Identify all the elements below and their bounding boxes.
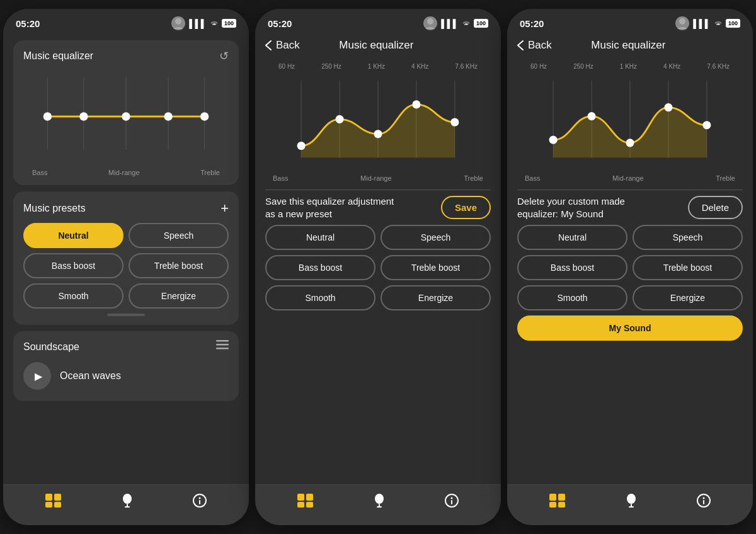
svg-point-33 xyxy=(412,100,420,108)
svg-point-43 xyxy=(451,497,453,499)
avatar xyxy=(171,16,185,30)
reset-button[interactable]: ↺ xyxy=(219,49,229,63)
phone-screen3: 05:20 ▌▌▌ 100 Back Music equalizer 60 Hz… xyxy=(507,9,753,525)
phone-screen1: 05:20 ▌▌▌ 100 Music equalizer ↺ BassMid-… xyxy=(3,9,249,525)
avatar xyxy=(423,16,437,30)
bulb-icon[interactable] xyxy=(625,492,638,513)
bulb-icon[interactable] xyxy=(373,492,386,513)
svg-rect-41 xyxy=(377,506,382,508)
eq-top-label: 7.6 KHz xyxy=(455,63,478,70)
eq-title: Music equalizer xyxy=(23,50,93,62)
svg-rect-14 xyxy=(45,494,52,501)
preset-button-speech[interactable]: Speech xyxy=(633,225,743,250)
svg-point-30 xyxy=(297,142,306,150)
bulb-icon[interactable] xyxy=(121,492,134,513)
eq-top-label: 4 KHz xyxy=(663,63,680,70)
status-icons: ▌▌▌ 100 xyxy=(441,19,488,28)
svg-point-6 xyxy=(43,112,52,120)
svg-rect-57 xyxy=(558,494,565,501)
preset-button-smooth[interactable]: Smooth xyxy=(265,285,375,310)
delete-button[interactable]: Delete xyxy=(688,196,743,219)
svg-point-54 xyxy=(664,103,672,111)
svg-rect-17 xyxy=(54,502,61,508)
svg-rect-59 xyxy=(558,502,565,508)
back-button[interactable]: Back xyxy=(517,39,552,52)
svg-point-22 xyxy=(199,497,201,499)
info-icon[interactable] xyxy=(445,494,459,511)
eq-top-label: 7.6 KHz xyxy=(707,63,730,70)
svg-rect-44 xyxy=(451,500,452,504)
play-button[interactable]: ▶ xyxy=(23,362,51,390)
preset-button-neutral[interactable]: Neutral xyxy=(265,225,375,250)
back-label: Back xyxy=(528,39,552,52)
eq-top-label: 1 KHz xyxy=(620,63,637,70)
svg-point-51 xyxy=(549,136,558,144)
status-time: 05:20 xyxy=(16,18,40,29)
wifi-icon xyxy=(461,19,471,28)
preset-button-speech[interactable]: Speech xyxy=(381,225,491,250)
preset-button-smooth[interactable]: Smooth xyxy=(23,283,123,309)
svg-point-52 xyxy=(588,112,596,120)
svg-point-8 xyxy=(122,112,130,120)
svg-rect-36 xyxy=(306,494,313,501)
avatar xyxy=(675,16,689,30)
preset-button-bass-boost[interactable]: Bass boost xyxy=(23,253,123,278)
status-bar: 05:20 ▌▌▌ 100 xyxy=(3,9,249,34)
grid-icon[interactable] xyxy=(45,494,62,511)
preset-button-smooth[interactable]: Smooth xyxy=(517,285,627,310)
eq-canvas[interactable] xyxy=(255,75,501,172)
preset-button-treble-boost[interactable]: Treble boost xyxy=(633,255,743,280)
preset-button-treble-boost[interactable]: Treble boost xyxy=(129,253,229,278)
add-preset-button[interactable]: + xyxy=(220,200,229,217)
bottom-nav xyxy=(507,484,753,525)
preset-button-my-sound[interactable]: My Sound xyxy=(517,315,743,341)
eq-top-label: 4 KHz xyxy=(411,63,428,70)
preset-button-neutral[interactable]: Neutral xyxy=(517,225,627,250)
preset-button-neutral[interactable]: Neutral xyxy=(23,223,123,248)
eq-top-label: 250 Hz xyxy=(321,63,341,70)
save-button[interactable]: Save xyxy=(441,196,491,219)
signal-icon: ▌▌▌ xyxy=(693,19,711,28)
eq-canvas[interactable] xyxy=(507,75,753,172)
status-bar: 05:20 ▌▌▌ 100 xyxy=(255,9,501,34)
preset-button-bass-boost[interactable]: Bass boost xyxy=(517,255,627,280)
info-icon[interactable] xyxy=(193,494,207,511)
back-label: Back xyxy=(276,39,300,52)
svg-point-32 xyxy=(374,130,382,138)
svg-rect-11 xyxy=(216,340,229,342)
status-right: ▌▌▌ 100 xyxy=(675,16,740,30)
preset-button-energize[interactable]: Energize xyxy=(633,285,743,310)
eq-bottom-label: Bass xyxy=(525,174,540,182)
nav-title: Music equalizer xyxy=(552,39,705,52)
svg-rect-58 xyxy=(549,502,556,508)
nav-bar: Back Music equalizer xyxy=(507,34,753,55)
preset-button-treble-boost[interactable]: Treble boost xyxy=(381,255,491,280)
status-icons: ▌▌▌ 100 xyxy=(693,19,740,28)
svg-rect-35 xyxy=(297,494,304,501)
eq-top-label: 60 Hz xyxy=(278,63,295,70)
action-text: Delete your custom made equalizer: My So… xyxy=(517,195,656,220)
status-bar: 05:20 ▌▌▌ 100 xyxy=(507,9,753,34)
grid-icon[interactable] xyxy=(549,494,566,511)
preset-button-energize[interactable]: Energize xyxy=(381,285,491,310)
soundscape-list-button[interactable] xyxy=(216,340,229,353)
back-button[interactable]: Back xyxy=(265,39,300,52)
preset-button-speech[interactable]: Speech xyxy=(129,223,229,248)
eq-bottom-label: Mid-range xyxy=(360,174,392,182)
svg-rect-56 xyxy=(549,494,556,501)
svg-rect-23 xyxy=(199,500,200,504)
presets-section: Music presets + NeutralSpeechBass boostT… xyxy=(13,191,239,325)
eq-top-label: 250 Hz xyxy=(573,63,593,70)
svg-point-0 xyxy=(175,18,181,25)
status-time: 05:20 xyxy=(520,18,544,29)
soundscape-title: Soundscape xyxy=(23,341,79,353)
preset-button-energize[interactable]: Energize xyxy=(129,283,229,309)
info-icon[interactable] xyxy=(697,494,711,511)
grid-icon[interactable] xyxy=(297,494,314,511)
svg-point-9 xyxy=(164,112,172,120)
eq-canvas[interactable]: BassMid-rangeTreble xyxy=(23,69,229,176)
play-icon: ▶ xyxy=(35,370,42,382)
preset-button-bass-boost[interactable]: Bass boost xyxy=(265,255,375,280)
nav-title: Music equalizer xyxy=(300,39,453,52)
signal-icon: ▌▌▌ xyxy=(441,19,459,28)
